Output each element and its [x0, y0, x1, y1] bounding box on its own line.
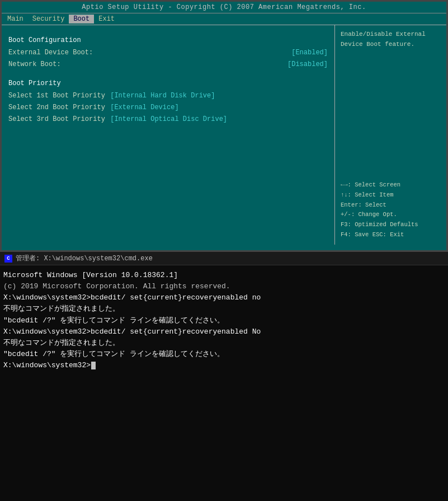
boot-priority-row-1[interactable]: Select 1st Boot Priority [Internal Hard … — [8, 91, 328, 101]
bios-key-help: ←→: Select Screen ↑↓: Select Item Enter:… — [341, 180, 441, 240]
boot-priority-value-3: [Internal Optical Disc Drive] — [106, 114, 227, 125]
bios-title-text: Aptio Setup Utility - Copyright (C) 2007… — [82, 3, 366, 11]
boot-priority-title: Boot Priority — [8, 78, 328, 89]
key-enter: Enter: Select — [341, 200, 441, 210]
key-optimized: F3: Optimized Defaults — [341, 220, 441, 230]
external-device-label: External Device Boot: — [8, 48, 93, 58]
select-label-1: Select 1st Boot Priority — [8, 92, 105, 100]
boot-priority-row-3[interactable]: Select 3rd Boot Priority [Internal Optic… — [8, 114, 328, 125]
key-change: +/-: Change Opt. — [341, 210, 441, 220]
cmd-title-bar: C 管理者: X:\windows\system32\cmd.exe — [0, 252, 448, 265]
key-save: F4: Save ESC: Exit — [341, 230, 441, 240]
cmd-line-1: (c) 2019 Microsoft Corporation. All righ… — [3, 281, 445, 292]
boot-priority-row-2[interactable]: Select 2nd Boot Priority [External Devic… — [8, 102, 328, 113]
cmd-title-text: 管理者: X:\windows\system32\cmd.exe — [16, 254, 153, 263]
bios-menu-bar[interactable]: MainSecurityBootExit — [2, 13, 446, 25]
boot-config-title: Boot Configuration — [8, 35, 328, 46]
bios-menu-item-boot[interactable]: Boot — [69, 15, 94, 24]
cmd-line-0: Microsoft Windows [Version 10.0.18362.1] — [3, 270, 445, 281]
cmd-line-3: X:\windows\system32>bcdedit/ set{current… — [3, 292, 445, 303]
bios-right-panel: Enable/Disable External Device Boot feat… — [334, 25, 446, 245]
external-device-value: [Enabled] — [291, 48, 328, 58]
cmd-line-7: X:\windows\system32>bcdedit/ set{current… — [3, 326, 445, 338]
boot-priority-label-3: Select 3rd Boot Priority — [8, 114, 106, 125]
bios-screen: Aptio Setup Utility - Copyright (C) 2007… — [0, 0, 448, 252]
cmd-icon: C — [4, 255, 12, 263]
key-select-item: ↑↓: Select Item — [341, 190, 441, 200]
boot-priority-label-1: Select 1st Boot Priority — [8, 91, 106, 101]
bios-menu-item-security[interactable]: Security — [28, 15, 69, 24]
cmd-line-9: "bcdedit /?" を実行してコマンド ラインを確認してください。 — [3, 349, 445, 360]
boot-priority-value-1: [Internal Hard Disk Drive] — [106, 91, 215, 101]
boot-priority-value-2: [External Device] — [106, 102, 179, 113]
network-boot-label: Network Boot: — [8, 59, 61, 70]
key-select-screen: ←→: Select Screen — [341, 180, 441, 190]
cmd-screen: C 管理者: X:\windows\system32\cmd.exe Micro… — [0, 252, 448, 501]
network-boot-row: Network Boot: [Disabled] — [8, 59, 328, 70]
bios-menu-item-exit[interactable]: Exit — [94, 15, 119, 24]
bios-main: Boot Configuration External Device Boot:… — [2, 25, 446, 245]
cmd-cursor — [91, 362, 96, 369]
cmd-content: Microsoft Windows [Version 10.0.18362.1]… — [0, 265, 448, 376]
bios-help-text: Enable/Disable External Device Boot feat… — [341, 30, 441, 49]
bios-menu-item-main[interactable]: Main — [3, 15, 28, 24]
cmd-line-4: 不明なコマンドが指定されました。 — [3, 303, 445, 315]
external-device-row: External Device Boot: [Enabled] — [8, 48, 328, 58]
cmd-line-8: 不明なコマンドが指定されました。 — [3, 338, 445, 349]
cmd-line-11: X:\windows\system32> — [3, 360, 91, 371]
bios-title-bar: Aptio Setup Utility - Copyright (C) 2007… — [2, 2, 446, 13]
boot-priority-label-2: Select 2nd Boot Priority — [8, 102, 106, 113]
bios-left-panel: Boot Configuration External Device Boot:… — [2, 25, 334, 245]
network-boot-value: [Disabled] — [287, 59, 328, 70]
cmd-line-5: "bcdedit /?" を実行してコマンド ラインを確認してください。 — [3, 315, 445, 326]
cmd-prompt-line: X:\windows\system32> — [3, 360, 445, 371]
